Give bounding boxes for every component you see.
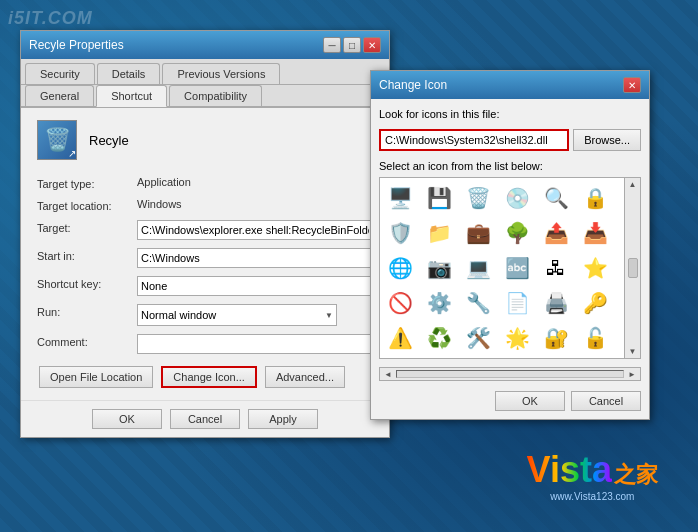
open-file-location-button[interactable]: Open File Location (39, 366, 153, 388)
icon-cell-font[interactable]: 🔤 (500, 251, 534, 285)
target-location-label: Target location: (37, 198, 137, 212)
look-for-label: Look for icons in this file: (379, 108, 499, 120)
main-dialog-title: Recyle Properties (29, 38, 124, 52)
icon-cell-document[interactable]: 📄 (500, 286, 534, 320)
icon-cell-lock[interactable]: 🔒 (578, 181, 612, 215)
change-icon-titlebar: Change Icon ✕ (371, 71, 649, 99)
website-text: www.Vista123.com (527, 491, 658, 502)
titlebar-controls: ─ □ ✕ (323, 37, 381, 53)
field-row-start-in: Start in: (37, 248, 373, 268)
bottom-buttons: Open File Location Change Icon... Advanc… (37, 366, 373, 388)
close-button[interactable]: ✕ (363, 37, 381, 53)
field-row-target: Target: (37, 220, 373, 240)
icon-cell-shield[interactable]: 🛡️ (383, 216, 417, 250)
icon-cell-warning[interactable]: ⚠️ (383, 321, 417, 355)
tab-general[interactable]: General (25, 85, 94, 106)
shortcut-key-input[interactable] (137, 276, 373, 296)
run-select[interactable]: Normal window (137, 304, 337, 326)
change-icon-button[interactable]: Change Icon... (161, 366, 257, 388)
icon-name-row: 🗑️ ↗ Recyle (37, 120, 373, 160)
apply-button[interactable]: Apply (248, 409, 318, 429)
field-row-comment: Comment: (37, 334, 373, 354)
tab-details[interactable]: Details (97, 63, 161, 84)
field-row-shortcut-key: Shortcut key: (37, 276, 373, 296)
icon-grid-hscrollbar[interactable]: ◄ ► (379, 367, 641, 381)
icon-cell-arrow-up[interactable]: 📤 (539, 216, 573, 250)
run-select-wrapper: Normal window (137, 304, 337, 326)
icon-cell-unlock[interactable]: 🔓 (578, 321, 612, 355)
maximize-button[interactable]: □ (343, 37, 361, 53)
vista-text: Vista (527, 449, 612, 491)
icon-cell-folder2[interactable]: 📁 (422, 216, 456, 250)
dialog-footer: OK Cancel Apply (21, 400, 389, 437)
icon-cell-error[interactable]: 🚫 (383, 286, 417, 320)
icon-cell-star2[interactable]: ⭐ (578, 251, 612, 285)
icon-cell-arrow-down[interactable]: 📥 (578, 216, 612, 250)
icon-cell-network[interactable]: 🖧 (539, 251, 573, 285)
select-icon-label: Select an icon from the list below: (379, 160, 543, 172)
icon-cell-recycle[interactable]: ♻️ (422, 321, 456, 355)
icon-grid-scrollbar[interactable]: ▲ ▼ (624, 178, 640, 358)
icon-cell-laptop[interactable]: 💻 (461, 251, 495, 285)
change-icon-close-button[interactable]: ✕ (623, 77, 641, 93)
minimize-button[interactable]: ─ (323, 37, 341, 53)
icon-cell-settings[interactable]: ⚙️ (422, 286, 456, 320)
tab-shortcut[interactable]: Shortcut (96, 85, 167, 107)
select-icon-label-row: Select an icon from the list below: (371, 159, 649, 177)
icon-cell-floppy[interactable]: 💾 (422, 181, 456, 215)
change-icon-dialog: Change Icon ✕ Look for icons in this fil… (370, 70, 650, 420)
main-dialog-titlebar: Recyle Properties ─ □ ✕ (21, 31, 389, 59)
icon-cell-tree[interactable]: 🌳 (500, 216, 534, 250)
field-row-target-location: Target location: Windows (37, 198, 373, 212)
icon-cell-key[interactable]: 🔑 (578, 286, 612, 320)
app-name-label: Recyle (89, 133, 129, 148)
icon-cell-tools[interactable]: 🛠️ (461, 321, 495, 355)
start-in-label: Start in: (37, 248, 137, 262)
comment-input[interactable] (137, 334, 373, 354)
icon-cell-wrench[interactable]: 🔧 (461, 286, 495, 320)
ok-button[interactable]: OK (92, 409, 162, 429)
icon-cell-cd[interactable]: 💿 (500, 181, 534, 215)
dialog-content: 🗑️ ↗ Recyle Target type: Application Tar… (21, 108, 389, 400)
change-icon-footer: OK Cancel (371, 387, 649, 419)
icon-cell-briefcase[interactable]: 💼 (461, 216, 495, 250)
run-label: Run: (37, 304, 137, 318)
change-icon-title: Change Icon (379, 78, 447, 92)
comment-label: Comment: (37, 334, 137, 348)
icon-cell-gold-star[interactable]: 🌟 (500, 321, 534, 355)
tab-compatibility[interactable]: Compatibility (169, 85, 262, 106)
cancel-button[interactable]: Cancel (170, 409, 240, 429)
app-icon: 🗑️ ↗ (37, 120, 77, 160)
file-path-input[interactable] (379, 129, 569, 151)
icon-cell-printer[interactable]: 🖨️ (539, 286, 573, 320)
vista-logo: Vista 之家 www.Vista123.com (527, 449, 658, 502)
browse-button[interactable]: Browse... (573, 129, 641, 151)
icon-cell-trash[interactable]: 🗑️ (461, 181, 495, 215)
change-icon-titlebar-controls: ✕ (623, 77, 641, 93)
tabs-row-1: Security Details Previous Versions (21, 59, 389, 85)
field-row-run: Run: Normal window (37, 304, 373, 326)
target-location-value: Windows (137, 198, 373, 210)
icon-cell-globe[interactable]: 🌐 (383, 251, 417, 285)
main-dialog: Recyle Properties ─ □ ✕ Security Details… (20, 30, 390, 438)
tab-previous-versions[interactable]: Previous Versions (162, 63, 280, 84)
watermark: i5IT.COM (8, 8, 93, 29)
zhi-jia-text: 之家 (614, 460, 658, 490)
change-icon-content: Look for icons in this file: Browse... S… (371, 99, 649, 419)
change-icon-ok-button[interactable]: OK (495, 391, 565, 411)
icon-cell-padlock[interactable]: 🔐 (539, 321, 573, 355)
advanced-button[interactable]: Advanced... (265, 366, 345, 388)
change-icon-cancel-button[interactable]: Cancel (571, 391, 641, 411)
icon-cell-monitor[interactable]: 🖥️ (383, 181, 417, 215)
icon-grid: 🖥️ 💾 🗑️ 💿 🔍 🔒 🛡️ 📁 💼 🌳 📤 📥 🌐 📷 💻 🔤 🖧 (380, 178, 624, 358)
target-type-label: Target type: (37, 176, 137, 190)
tabs-row-2: General Shortcut Compatibility (21, 85, 389, 108)
tab-security[interactable]: Security (25, 63, 95, 84)
icons-container: 🖥️ 💾 🗑️ 💿 🔍 🔒 🛡️ 📁 💼 🌳 📤 📥 🌐 📷 💻 🔤 🖧 (379, 177, 641, 359)
field-row-target-type: Target type: Application (37, 176, 373, 190)
start-in-input[interactable] (137, 248, 373, 268)
icon-cell-search[interactable]: 🔍 (539, 181, 573, 215)
target-input[interactable] (137, 220, 373, 240)
file-path-row: Browse... (371, 125, 649, 159)
icon-cell-camera[interactable]: 📷 (422, 251, 456, 285)
